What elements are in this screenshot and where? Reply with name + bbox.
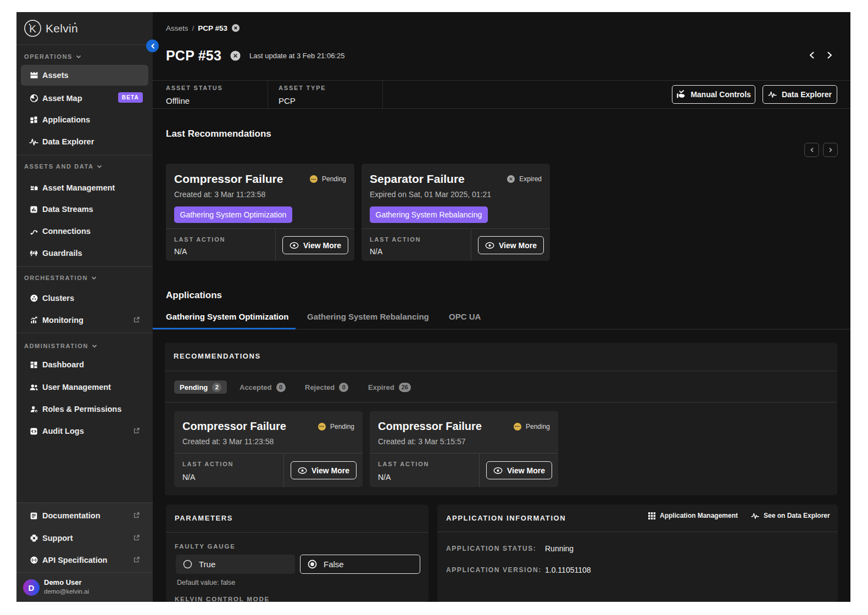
svg-text:K: K [29,23,36,35]
